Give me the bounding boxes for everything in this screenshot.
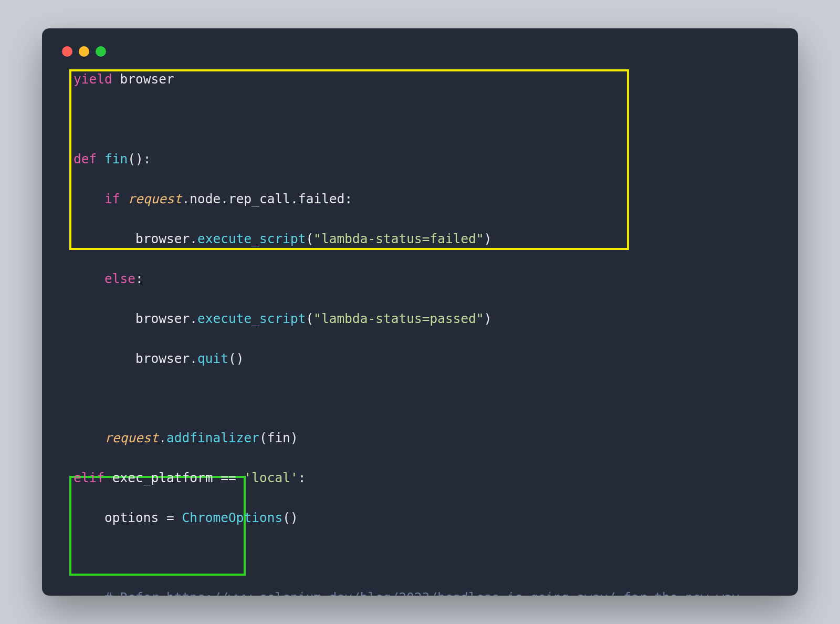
code-line: elif exec_platform == 'local': — [74, 468, 778, 488]
maximize-icon[interactable] — [96, 46, 106, 57]
code-line: request.addfinalizer(fin) — [74, 428, 778, 448]
terminal-window: yield browser def fin(): if request.node… — [42, 28, 798, 596]
minimize-icon[interactable] — [79, 46, 89, 57]
code-line: # Refer https://www.selenium.dev/blog/20… — [74, 588, 778, 596]
code-block: yield browser def fin(): if request.node… — [62, 69, 778, 596]
code-line: browser.quit() — [74, 349, 778, 369]
code-line: yield browser — [74, 69, 778, 89]
code-line — [74, 109, 778, 129]
code-line — [74, 389, 778, 409]
code-line: def fin(): — [74, 149, 778, 169]
window-titlebar — [62, 43, 778, 69]
code-line: options = ChromeOptions() — [74, 508, 778, 528]
close-icon[interactable] — [62, 46, 72, 57]
code-line — [74, 548, 778, 568]
code-line: else: — [74, 269, 778, 289]
code-line: if request.node.rep_call.failed: — [74, 189, 778, 209]
code-line: browser.execute_script("lambda-status=fa… — [74, 229, 778, 249]
code-line: browser.execute_script("lambda-status=pa… — [74, 309, 778, 329]
